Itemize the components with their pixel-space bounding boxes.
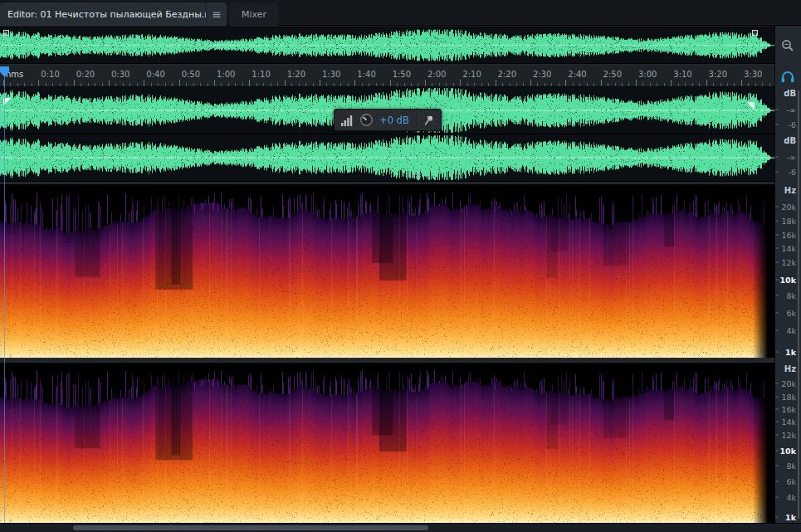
- ruler-tick: [271, 83, 271, 86]
- scale-tick-label: 12k: [781, 258, 796, 267]
- scale-tick-label: -6: [789, 120, 796, 129]
- fade-out-handle[interactable]: [746, 102, 755, 110]
- monitor-area[interactable]: [774, 66, 801, 87]
- headphones-icon[interactable]: [780, 71, 795, 83]
- scale-tick-mark: [775, 312, 779, 313]
- time-tick-label: 2:10: [462, 70, 481, 79]
- volume-value[interactable]: +0 dB: [379, 115, 409, 126]
- ruler-tick: [115, 83, 116, 86]
- ruler-tick: [81, 83, 81, 86]
- ruler-tick: [263, 83, 264, 86]
- ruler-tick: [755, 83, 756, 86]
- ruler-tick: [713, 83, 714, 86]
- timeline-ruler[interactable]: hms0:100:200:300:400:501:001:101:201:301…: [0, 66, 774, 87]
- scale-tick-label: 16k: [781, 404, 796, 413]
- time-tick-label: 1:40: [357, 70, 375, 79]
- spectrogram-channel-right[interactable]: [0, 363, 774, 523]
- volume-knob-icon[interactable]: [359, 113, 374, 127]
- ruler-tick: [397, 83, 398, 86]
- scale-unit-label: dB: [784, 89, 796, 98]
- scale-tick-mark: [775, 351, 779, 352]
- time-tick-label: 0:50: [182, 70, 200, 79]
- ruler-tick: [17, 83, 18, 86]
- ruler-tick: [256, 83, 257, 86]
- scale-tick-mark: [775, 451, 779, 451]
- ruler-tick: [109, 80, 110, 86]
- ruler-tick: [137, 83, 138, 86]
- ruler-tick: [474, 83, 475, 86]
- scale-tick-mark: [775, 329, 779, 330]
- scale-tick-label: 6k: [786, 476, 796, 486]
- volume-hud[interactable]: +0 dB: [334, 109, 442, 131]
- ruler-tick: [481, 83, 482, 86]
- scale-tick-label: 12k: [781, 430, 796, 439]
- waveform-canvas-right[interactable]: [0, 134, 774, 181]
- tab-editor[interactable]: Editor: 01 Нечистоты пылающей Бездны.mp3: [0, 2, 206, 26]
- scale-tick-label: 20k: [781, 203, 796, 212]
- scale-tick-mark: [775, 396, 779, 397]
- ruler-tick: [411, 83, 412, 86]
- ruler-tick: [685, 83, 686, 86]
- ruler-tick: [348, 83, 349, 86]
- time-tick-label: 2:00: [427, 70, 446, 79]
- ruler-tick: [720, 83, 721, 86]
- ruler-tick: [565, 80, 566, 86]
- scale-tick-mark: [775, 465, 779, 466]
- ruler-tick: [559, 83, 559, 86]
- ruler-tick: [369, 83, 369, 86]
- ruler-tick: [390, 80, 391, 86]
- time-tick-label: 1:20: [287, 70, 305, 79]
- time-tick-label: 2:40: [568, 70, 586, 79]
- scale-tick-mark: [775, 248, 779, 249]
- ruler-tick: [340, 83, 341, 86]
- ruler-tick: [593, 83, 594, 86]
- zoom-icon[interactable]: [780, 38, 795, 53]
- ruler-tick: [510, 83, 510, 86]
- ruler-tick: [706, 80, 707, 86]
- ruler-tick: [439, 83, 440, 86]
- hud-divider: [417, 113, 418, 127]
- scale-tick-mark: [775, 279, 779, 280]
- ruler-tick: [642, 83, 643, 86]
- pin-icon[interactable]: [423, 115, 434, 126]
- scale-tick-mark: [775, 408, 779, 409]
- ruler-tick: [52, 83, 53, 86]
- scale-tick-label: 18k: [781, 392, 796, 401]
- ruler-tick: [172, 83, 173, 86]
- ruler-tick: [741, 80, 742, 86]
- spectrogram-channel-left[interactable]: [0, 184, 774, 358]
- ruler-tick: [277, 83, 278, 86]
- ruler-tick: [769, 83, 770, 86]
- tab-mixer[interactable]: Mixer: [230, 2, 278, 26]
- ruler-tick: [692, 83, 693, 86]
- spectrogram-canvas-left[interactable]: [0, 184, 774, 358]
- ruler-tick: [249, 80, 250, 86]
- panel-menu-icon[interactable]: ≡: [206, 2, 227, 26]
- ruler-tick: [38, 80, 39, 86]
- audio-editor-window: Editor: 01 Нечистоты пылающей Бездны.mp3…: [0, 0, 801, 532]
- clip-grip-dots[interactable]: [408, 173, 423, 179]
- ruler-tick: [151, 83, 152, 86]
- ruler-tick: [313, 83, 314, 86]
- overview-range-handle-left[interactable]: [3, 30, 9, 36]
- vertical-scrollbar[interactable]: [798, 90, 799, 519]
- scale-tick-mark: [775, 156, 779, 157]
- ruler-tick: [186, 83, 187, 86]
- ruler-tick: [129, 83, 130, 86]
- waveform-channel-right[interactable]: [0, 134, 774, 182]
- menu-glyph: ≡: [212, 7, 222, 21]
- overview-range-handle-right[interactable]: [752, 30, 758, 36]
- scale-tick-label: -∞: [787, 152, 796, 161]
- ruler-tick: [32, 83, 32, 86]
- overview-waveform-canvas[interactable]: [0, 27, 774, 63]
- ruler-tick: [221, 83, 222, 86]
- time-tick-label: 2:30: [533, 70, 551, 79]
- ruler-tick: [601, 80, 602, 86]
- horizontal-scrollbar[interactable]: [73, 525, 428, 530]
- ruler-tick: [383, 83, 383, 86]
- spectrogram-canvas-right[interactable]: [0, 363, 774, 523]
- scale-tick-label: 1k: [785, 513, 796, 522]
- ruler-tick: [664, 83, 665, 86]
- overview-zoom-area[interactable]: [774, 27, 801, 64]
- overview-strip[interactable]: [0, 27, 774, 64]
